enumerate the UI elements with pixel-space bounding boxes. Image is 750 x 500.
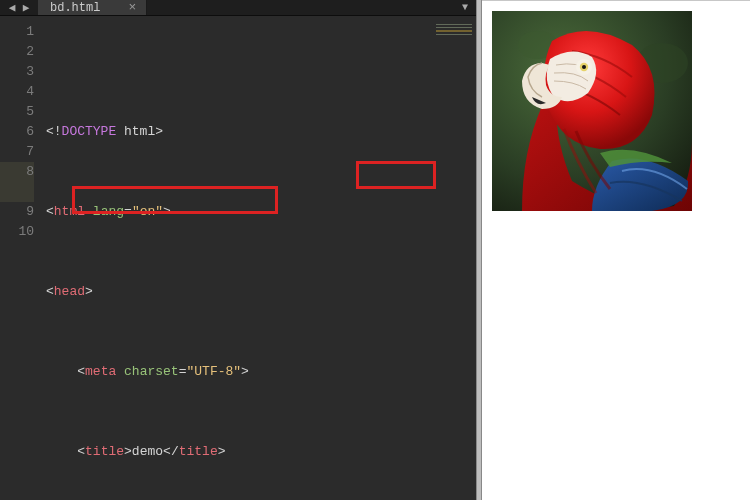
tab-spacer xyxy=(147,0,454,15)
tab-filename: bd.html xyxy=(50,1,100,15)
line-number: 5 xyxy=(0,102,34,122)
code-line[interactable]: <head> xyxy=(46,282,476,302)
line-number: 3 xyxy=(0,62,34,82)
line-number: 4 xyxy=(0,82,34,102)
annotation-box xyxy=(356,161,436,189)
tab-bar: ◀ ▶ bd.html × ▼ xyxy=(0,0,476,16)
close-icon[interactable]: × xyxy=(128,0,136,15)
parrot-image xyxy=(492,11,692,211)
line-number: 6 xyxy=(0,122,34,142)
code-line[interactable]: <meta charset="UTF-8"> xyxy=(46,362,476,382)
code-line[interactable]: <!DOCTYPE html> xyxy=(46,122,476,142)
line-number xyxy=(0,182,34,202)
annotation-box xyxy=(72,186,278,214)
preview-pane xyxy=(482,0,750,500)
file-tab[interactable]: bd.html × xyxy=(38,0,147,15)
preview-image xyxy=(492,11,692,211)
code-line[interactable]: <title>demo</title> xyxy=(46,442,476,462)
line-number: 10 xyxy=(0,222,34,242)
line-number: 1 xyxy=(0,22,34,42)
code-content[interactable]: <!DOCTYPE html> <html lang="en"> <head> … xyxy=(42,16,476,500)
line-number: 2 xyxy=(0,42,34,62)
tab-nav: ◀ ▶ xyxy=(0,0,38,15)
nav-back-icon[interactable]: ◀ xyxy=(6,1,18,14)
editor-pane: ◀ ▶ bd.html × ▼ 1 2 3 4 5 6 7 8 9 10 <!D… xyxy=(0,0,476,500)
tab-menu-icon[interactable]: ▼ xyxy=(454,0,476,15)
svg-point-5 xyxy=(582,65,586,69)
line-number: 7 xyxy=(0,142,34,162)
minimap[interactable] xyxy=(436,22,472,50)
line-number: 9 xyxy=(0,202,34,222)
line-gutter: 1 2 3 4 5 6 7 8 9 10 xyxy=(0,16,42,500)
line-number: 8 xyxy=(0,162,34,182)
nav-forward-icon[interactable]: ▶ xyxy=(20,1,32,14)
code-area[interactable]: 1 2 3 4 5 6 7 8 9 10 <!DOCTYPE html> <ht… xyxy=(0,16,476,500)
